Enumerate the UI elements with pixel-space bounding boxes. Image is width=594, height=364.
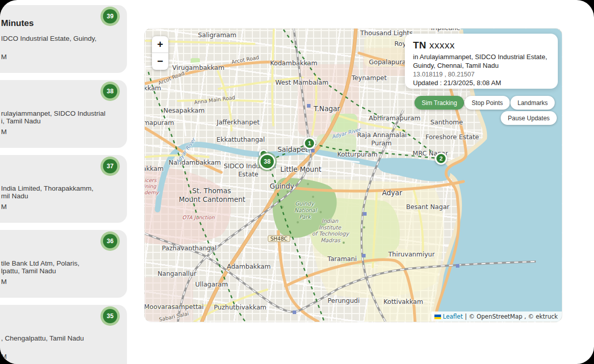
- attribution-separator: |: [465, 313, 467, 320]
- map-label: Adambakkam: [227, 263, 271, 270]
- map-label: Virugambakkam: [172, 64, 224, 71]
- map-label: Little Mount: [280, 165, 322, 173]
- map-label: Estate: [238, 170, 259, 178]
- stop-time: M: [1, 53, 7, 61]
- attribution-text: © OpenStreetMap , © ektruck: [469, 313, 558, 320]
- stop-time: M: [1, 203, 7, 211]
- map-label: Institute: [319, 224, 341, 230]
- map-label: Guindy: [270, 182, 294, 190]
- vehicle-address: in Arulayiammanpet, SIDCO Industrial Est…: [413, 53, 550, 70]
- map-label: Arcot Road: [158, 70, 186, 86]
- map-label: Saidapet: [277, 145, 308, 153]
- stop-time: M: [1, 278, 7, 285]
- ukraine-flag-icon: [434, 315, 441, 319]
- stop-point-card[interactable]: tile Bank Ltd Atm, Polaris,lpattu, Tamil…: [0, 230, 127, 298]
- map-label: Abhiramapuram: [369, 114, 420, 122]
- map-label: Madras: [321, 237, 340, 243]
- map-label: Adyar: [382, 189, 402, 197]
- stop-point-card[interactable]: MinutesIDCO Industrial Estate, Guindy,M3…: [0, 5, 127, 73]
- map-label: Taramani: [327, 255, 356, 263]
- map-label: akkam: [144, 165, 164, 172]
- pause-updates-button[interactable]: Pause Updates: [501, 111, 557, 125]
- vehicle-id: TN xxxxx: [413, 40, 550, 51]
- stop-number-badge: 36: [100, 231, 120, 251]
- stop-point-card[interactable]: India Limited, Thorapakkamm,mil NaduM37: [0, 155, 127, 223]
- map-label: OTA Junction: [182, 215, 215, 220]
- map-label: Guindy: [295, 200, 314, 206]
- zoom-out-button[interactable]: −: [152, 53, 168, 70]
- app-window: { "sidebar": { "cards": [ { "badge": "39…: [0, 0, 594, 364]
- map-label: Besant Nagar: [406, 203, 450, 211]
- stop-time: M: [1, 128, 7, 136]
- map-label: of Technology: [312, 230, 349, 237]
- map-label: ining: [144, 184, 156, 189]
- map-label: Arcot Road: [231, 55, 260, 65]
- map-label: Ekkattuthangal: [216, 136, 265, 143]
- map-label: Triplicane: [430, 28, 460, 32]
- stop-address: India Limited, Thorapakkamm,mil Nadu: [1, 185, 93, 200]
- map-marker-2[interactable]: 2: [435, 152, 447, 165]
- map-label: Ullagaram: [195, 280, 228, 288]
- map-label: mapuram: [144, 119, 174, 126]
- vehicle-coordinates: 13.018119 , 80.21507: [413, 71, 550, 78]
- map-label: West Mambalam: [275, 79, 328, 86]
- map-label: Teynampet: [352, 74, 387, 82]
- stop-points-list[interactable]: MinutesIDCO Industrial Estate, Guindy,M3…: [0, 5, 127, 364]
- map-marker-1[interactable]: 1: [303, 137, 316, 149]
- stop-number-badge: 35: [100, 306, 120, 326]
- stop-number-badge: 38: [100, 82, 120, 101]
- map-label: demy: [144, 190, 159, 195]
- stop-number-badge: 39: [100, 7, 120, 26]
- map[interactable]: SaligramamVirugambakkamkkamKodambakkamTh…: [144, 28, 562, 322]
- map-label: Sabari Salai: [159, 310, 189, 322]
- leaflet-link[interactable]: Leaflet: [443, 313, 463, 320]
- map-label: St. Thomas: [192, 187, 231, 195]
- map-label: Moovarasampettai: [144, 303, 203, 310]
- sim-tracking-button[interactable]: Sim Tracking: [415, 96, 464, 110]
- map-label: Indian: [322, 218, 338, 224]
- map-label: Park: [299, 214, 311, 220]
- map-attribution: Leaflet | © OpenStreetMap , © ektruck: [431, 311, 562, 322]
- map-label: Kodambakkam: [270, 59, 318, 67]
- map-zoom-control: + −: [152, 36, 168, 70]
- stop-number-badge: 37: [100, 157, 120, 176]
- stop-duration-title: Minutes: [1, 18, 34, 29]
- vehicle-updated-time: Updated : 21/3/2025, 8:08 AM: [413, 79, 550, 87]
- landmarks-button[interactable]: Landmarks: [510, 96, 555, 110]
- map-label: Kotturpuram: [338, 150, 378, 158]
- zoom-in-button[interactable]: +: [152, 36, 168, 53]
- stop-point-card[interactable]: , Chengalpattu, Tamil NaduM35: [0, 305, 127, 364]
- map-label: Thousand Lights: [360, 29, 413, 37]
- map-label: Nanganallur: [158, 270, 196, 277]
- map-marker-38[interactable]: 38: [259, 153, 275, 170]
- map-label: Raja Annamalai: [357, 131, 407, 139]
- map-label: Puram: [371, 139, 392, 147]
- map-label: Foreshore Estate: [425, 133, 479, 141]
- stop-time: M: [1, 353, 7, 360]
- map-label: Jafferkhanpet: [217, 118, 260, 126]
- map-label: T.Nagar: [314, 105, 340, 113]
- map-label: icers: [144, 177, 157, 183]
- map-label: Perungudi: [327, 297, 359, 304]
- map-label: kkam: [144, 84, 161, 92]
- map-label: National: [294, 207, 317, 213]
- map-label: Kottivakkam: [383, 298, 423, 305]
- stop-address: tile Bank Ltd Atm, Polaris,lpattu, Tamil…: [1, 259, 80, 275]
- stop-address: IDCO Industrial Estate, Guindy,: [1, 35, 96, 42]
- map-label: Puzhuthivakkam: [214, 303, 266, 311]
- map-label: Thiruvanmiyur: [388, 250, 434, 258]
- stop-points-button[interactable]: Stop Points: [464, 96, 510, 110]
- map-label: Saligramam: [198, 31, 236, 39]
- stop-address: , Chengalpattu, Tamil Nadu: [1, 334, 84, 342]
- map-label: Pazhavanthangal: [162, 244, 216, 252]
- map-label: SH48C: [268, 236, 290, 242]
- map-label: Anna Main Road: [194, 95, 236, 106]
- stop-point-card[interactable]: rulayiammanpet, SIDCO Industriali, Tamil…: [0, 80, 127, 148]
- map-label: Nesapakkam: [164, 107, 205, 114]
- map-label: Santhome: [430, 118, 463, 126]
- map-label: Mount Cantonment: [179, 195, 245, 203]
- stop-address: rulayiammanpet, SIDCO Industriali, Tamil…: [1, 110, 106, 125]
- vehicle-popup: TN xxxxx in Arulayiammanpet, SIDCO Indus…: [405, 34, 558, 89]
